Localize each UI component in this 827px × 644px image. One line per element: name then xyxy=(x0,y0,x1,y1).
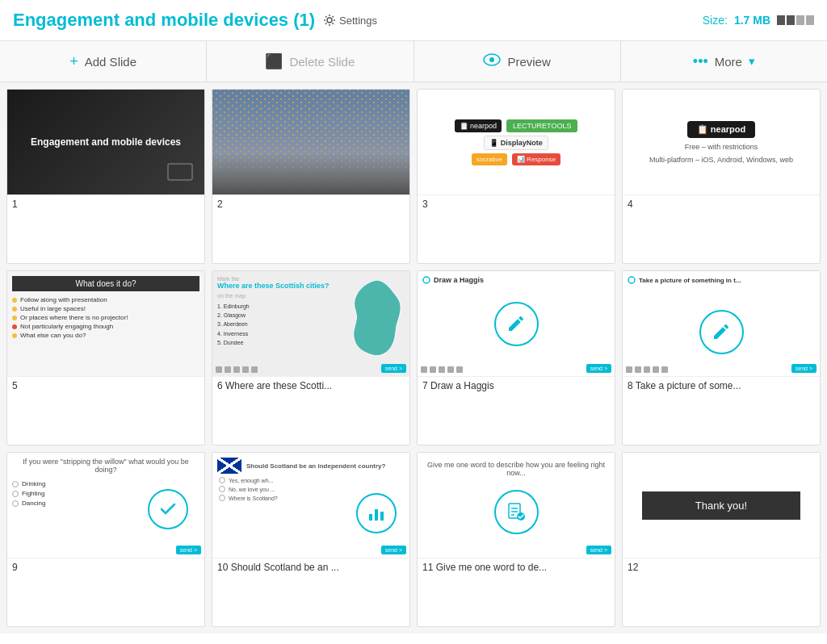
settings-button[interactable]: Settings xyxy=(323,14,377,27)
size-value: 1.7 MB xyxy=(734,14,770,27)
nearpod-free-text: Free – with restrictions xyxy=(685,143,758,151)
doc-circle-11 xyxy=(494,490,539,534)
slide11-question: Give me one word to describe how you are… xyxy=(422,458,610,477)
slide-thumb-3: 📋 nearpod LECTURETOOLS 📱 DisplayNote soc… xyxy=(418,90,615,194)
slide-item-2[interactable]: 2 xyxy=(212,89,410,264)
svg-rect-6 xyxy=(369,514,372,521)
preview-button[interactable]: Preview xyxy=(414,41,621,82)
slide-label-3: 3 xyxy=(418,194,615,213)
slide-thumb-7: Draw a Haggis send > xyxy=(418,271,615,376)
slide7-send-btn[interactable]: send > xyxy=(586,364,611,373)
more-label: More xyxy=(715,55,742,69)
slide-label-11: 11 Give me one word to de... xyxy=(418,558,615,576)
draw-circle-7 xyxy=(494,302,539,346)
eye-svg xyxy=(483,53,501,66)
slide-label-12: 12 xyxy=(623,558,820,576)
delete-icon: ⬛ xyxy=(265,52,283,70)
delete-slide-button[interactable]: ⬛ Delete Slide xyxy=(207,41,414,82)
chevron-down-icon: ▾ xyxy=(749,54,755,69)
slide6-send-btn[interactable]: send > xyxy=(381,364,406,373)
dots-icon: ••• xyxy=(693,53,708,70)
add-slide-button[interactable]: + Add Slide xyxy=(0,41,207,82)
slide6-tools xyxy=(216,366,258,373)
displaynote-logo: 📱 DisplayNote xyxy=(484,136,548,150)
checkmark-circle-9 xyxy=(148,489,188,529)
bar-chart-svg xyxy=(367,504,385,522)
slide-item-3[interactable]: 📋 nearpod LECTURETOOLS 📱 DisplayNote soc… xyxy=(417,89,615,264)
lecturetools-logo: LECTURETOOLS xyxy=(506,119,577,132)
doc-svg xyxy=(506,502,527,523)
slide-thumb-12: Thank you! xyxy=(623,453,820,558)
nearpod-platform-text: Multi-platform – iOS, Android, Windows, … xyxy=(649,156,793,164)
slide-label-10: 10 Should Scotland be an ... xyxy=(212,558,409,576)
slide-item-7[interactable]: Draw a Haggis send > 7 Draw a Haggis xyxy=(417,270,615,445)
slide6-question: Where are these Scottish cities? xyxy=(217,282,342,290)
slide-item-10[interactable]: Should Scotland be an independent countr… xyxy=(212,452,410,627)
nearpod-logo-2: 📋 nearpod xyxy=(687,121,755,138)
slide-item-8[interactable]: Take a picture of something in t... send… xyxy=(622,270,821,445)
delete-slide-label: Delete Slide xyxy=(289,55,355,69)
slide-thumb-6: Mark the Where are these Scottish cities… xyxy=(212,271,409,376)
svg-point-4 xyxy=(423,277,430,283)
slide-label-7: 7 Draw a Haggis xyxy=(418,376,615,395)
slide-label-5: 5 xyxy=(7,376,204,395)
svg-rect-8 xyxy=(380,512,384,521)
thankyou-box: Thank you! xyxy=(642,491,800,520)
slide-item-11[interactable]: Give me one word to describe how you are… xyxy=(417,452,615,627)
slide7-title: Draw a Haggis xyxy=(434,276,484,284)
toolbar: + Add Slide ⬛ Delete Slide Preview ••• M… xyxy=(0,41,827,82)
checkmark-svg xyxy=(157,499,178,520)
slide-thumb-8: Take a picture of something in t... send… xyxy=(623,271,820,376)
svg-point-0 xyxy=(327,18,332,23)
pencil-icon-small xyxy=(422,276,430,284)
slide-thumb-2 xyxy=(212,90,409,194)
slides-grid: Engagement and mobile devices 1 2 📋 near… xyxy=(0,82,827,634)
eye-icon xyxy=(483,53,501,70)
header-right: Size: 1.7 MB xyxy=(703,14,814,27)
header-left: Engagement and mobile devices (1) Settin… xyxy=(13,10,377,31)
slide-item-4[interactable]: 📋 nearpod Free – with restrictions Multi… xyxy=(622,89,821,264)
slide9-send-btn[interactable]: send > xyxy=(176,546,201,554)
socrative-logo: socrative xyxy=(472,153,507,165)
more-button[interactable]: ••• More ▾ xyxy=(621,41,827,82)
add-slide-label: Add Slide xyxy=(85,55,136,69)
slide-label-6: 6 Where are these Scotti... xyxy=(212,376,409,395)
slide-item-12[interactable]: Thank you! 12 xyxy=(622,452,821,627)
pencil-svg-8 xyxy=(712,322,731,341)
pencil-icon-small-8 xyxy=(628,276,636,284)
settings-icon xyxy=(323,14,336,27)
size-label: Size: xyxy=(703,14,728,27)
draw-circle-8 xyxy=(699,310,744,354)
slide7-tools xyxy=(421,366,463,373)
page-title: Engagement and mobile devices (1) xyxy=(13,10,315,31)
plus-icon: + xyxy=(69,53,78,70)
slide-thumb-5: What does it do? Follow along with prese… xyxy=(7,271,204,376)
slide-thumb-10: Should Scotland be an independent countr… xyxy=(212,453,409,558)
svg-point-5 xyxy=(628,277,635,283)
response-logo: 📊 Response xyxy=(512,153,560,165)
slide8-send-btn[interactable]: send > xyxy=(791,364,817,373)
svg-rect-3 xyxy=(168,164,192,180)
slide10-send-btn[interactable]: send > xyxy=(381,546,406,554)
size-bar xyxy=(777,15,814,25)
svg-point-2 xyxy=(489,57,494,62)
slide-label-1: 1 xyxy=(7,194,204,213)
slide-item-1[interactable]: Engagement and mobile devices 1 xyxy=(6,89,205,264)
nearpod-logo-1: 📋 nearpod xyxy=(455,119,502,132)
slide-thumb-11: Give me one word to describe how you are… xyxy=(418,453,615,558)
slide10-question: Should Scotland be an independent countr… xyxy=(246,462,385,470)
settings-label: Settings xyxy=(339,15,377,27)
preview-label: Preview xyxy=(507,55,550,69)
scotland-map xyxy=(348,276,405,365)
slide8-tools xyxy=(626,366,668,373)
bar-chart-circle xyxy=(356,493,397,533)
slide-thumb-9: If you were "stripping the willow" what … xyxy=(7,453,204,558)
slide11-send-btn[interactable]: send > xyxy=(586,546,611,554)
slide-item-5[interactable]: What does it do? Follow along with prese… xyxy=(6,270,205,445)
header: Engagement and mobile devices (1) Settin… xyxy=(0,0,827,41)
slide8-title: Take a picture of something in t... xyxy=(639,277,741,284)
slide-item-6[interactable]: Mark the Where are these Scottish cities… xyxy=(212,270,410,445)
slide-item-9[interactable]: If you were "stripping the willow" what … xyxy=(6,452,205,627)
slide-label-8: 8 Take a picture of some... xyxy=(623,376,820,395)
slide-label-9: 9 xyxy=(7,558,204,576)
